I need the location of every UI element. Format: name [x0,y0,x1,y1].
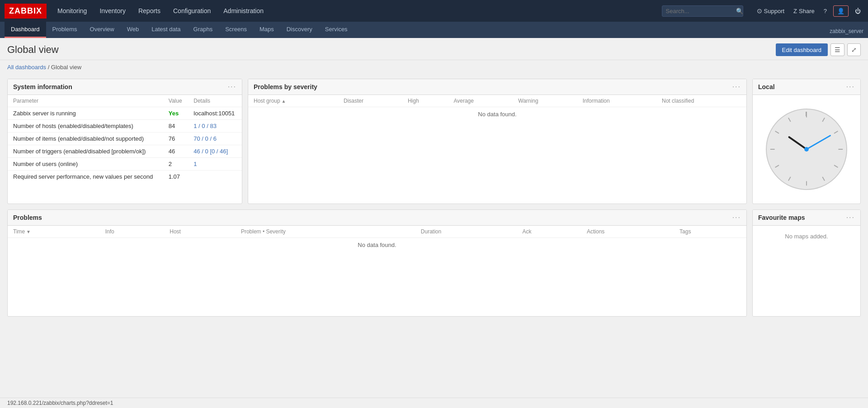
logo[interactable]: ZABBIX [5,4,47,19]
subnav-overview[interactable]: Overview [84,22,121,38]
problems-col-problem: Problem • Severity [236,226,415,238]
sys-info-value: 76 [163,133,189,145]
subnav-graphs[interactable]: Graphs [187,22,219,38]
share-icon: Z [793,8,797,14]
svg-line-10 [775,131,779,133]
hour-hand [789,137,807,149]
problems-col-ack: Ack [517,226,581,238]
fav-maps-title: Favourite maps [758,214,805,221]
clock-face [766,109,847,190]
system-info-menu-icon[interactable]: ··· [228,83,236,91]
svg-line-7 [788,177,791,180]
search-input[interactable] [662,5,743,17]
subnav-latest-data[interactable]: Latest data [145,22,187,38]
subnav-dashboard[interactable]: Dashboard [5,22,46,38]
subnav-web[interactable]: Web [121,22,146,38]
subnav-screens[interactable]: Screens [219,22,253,38]
page-title: Global view [7,44,59,56]
severity-col-high: High [402,95,448,107]
row-1: System information ··· Parameter Value D… [7,79,861,204]
problems-col-actions: Actions [581,226,674,238]
clock-container [753,95,860,204]
problems-col-tags: Tags [674,226,746,238]
breadcrumb-current: Global view [51,64,81,71]
nav-reports[interactable]: Reports [132,0,167,22]
username-display: zabbix_server [830,28,863,38]
sys-info-value: 2 [163,158,189,171]
severity-col-warning: Warning [513,95,577,107]
problems-severity-panel: Problems by severity ··· Host group Disa… [248,79,747,204]
support-icon: ⊙ [757,7,762,14]
sys-info-value: 1.07 [163,171,189,183]
severity-col-disaster: Disaster [338,95,402,107]
problems-col-host: Host [164,226,236,238]
system-info-title: System information [13,83,72,90]
subnav-maps[interactable]: Maps [253,22,280,38]
nav-monitoring[interactable]: Monitoring [51,0,93,22]
sys-info-details [188,171,242,183]
local-clock-panel: Local ··· [752,79,861,204]
sys-info-value: Yes [163,107,189,120]
problems-menu-icon[interactable]: ··· [732,213,741,222]
clock-svg [767,109,846,190]
sys-info-row: Number of triggers (enabled/disabled [pr… [8,145,242,158]
sys-info-row: Number of hosts (enabled/disabled/templa… [8,120,242,133]
nav-configuration[interactable]: Configuration [167,0,217,22]
sys-info-details[interactable]: 1 / 0 / 83 [188,120,242,133]
severity-col-average: Average [448,95,513,107]
nav-administration[interactable]: Administration [217,0,270,22]
svg-line-5 [822,177,825,180]
dashboard-list-button[interactable]: ☰ [830,43,844,56]
severity-col-not-classified: Not classified [656,95,746,107]
system-info-table: Parameter Value Details Zabbix server is… [8,95,242,183]
sys-info-details[interactable]: 1 [188,158,242,171]
page-header-actions: Edit dashboard ☰ ⤢ [776,43,861,56]
sys-info-param: Number of triggers (enabled/disabled [pr… [8,145,163,158]
fav-maps-content: No maps added. [753,226,860,316]
sys-info-row: Zabbix server is runningYeslocalhost:100… [8,107,242,120]
logout-button[interactable]: ⏻ [852,8,863,14]
sys-info-param: Number of items (enabled/disabled/not su… [8,133,163,145]
search-icon[interactable]: 🔍 [736,8,743,14]
page-header: Global view Edit dashboard ☰ ⤢ [0,38,868,60]
nav-inventory[interactable]: Inventory [93,0,132,22]
problems-panel: Problems ··· Time Info Host Problem • Se… [7,209,747,317]
sys-info-value: 46 [163,145,189,158]
fullscreen-button[interactable]: ⤢ [847,43,861,56]
help-link[interactable]: ? [821,8,830,14]
local-clock-menu-icon[interactable]: ··· [846,83,855,91]
breadcrumb-all-dashboards[interactable]: All dashboards [7,64,46,71]
problems-table: Time Info Host Problem • Severity Durati… [8,226,746,252]
sys-info-details[interactable]: 70 / 0 / 6 [188,133,242,145]
local-clock-panel-header: Local ··· [753,79,860,95]
sys-info-row: Number of users (online)21 [8,158,242,171]
row-2: Problems ··· Time Info Host Problem • Se… [7,209,861,317]
main-content: System information ··· Parameter Value D… [0,74,868,321]
share-link[interactable]: Z Share [791,8,817,14]
sys-info-param: Number of users (online) [8,158,163,171]
col-details: Details [188,95,242,107]
subnav-problems[interactable]: Problems [46,22,84,38]
fav-maps-menu-icon[interactable]: ··· [846,213,855,222]
problems-panel-header: Problems ··· [8,210,746,226]
severity-col-hostgroup[interactable]: Host group [248,95,338,107]
severity-col-information: Information [577,95,656,107]
problems-title: Problems [13,214,42,221]
support-link[interactable]: ⊙ Support [754,7,788,14]
user-button[interactable]: 👤 [833,5,849,17]
problems-severity-menu-icon[interactable]: ··· [732,83,741,91]
fav-maps-panel-header: Favourite maps ··· [753,210,860,226]
sys-info-details[interactable]: 46 / 0 [0 / 46] [188,145,242,158]
sub-navigation: Dashboard Problems Overview Web Latest d… [0,22,868,38]
sys-info-param: Required server performance, new values … [8,171,163,183]
svg-line-4 [834,165,838,167]
sys-info-param: Number of hosts (enabled/disabled/templa… [8,120,163,133]
subnav-discovery[interactable]: Discovery [280,22,319,38]
problems-col-time[interactable]: Time [8,226,100,238]
svg-line-11 [788,118,791,122]
subnav-services[interactable]: Services [319,22,354,38]
severity-table: Host group Disaster High Average Warning… [248,95,746,121]
clock-center [804,147,809,152]
local-clock-title: Local [758,83,775,90]
edit-dashboard-button[interactable]: Edit dashboard [776,43,828,56]
